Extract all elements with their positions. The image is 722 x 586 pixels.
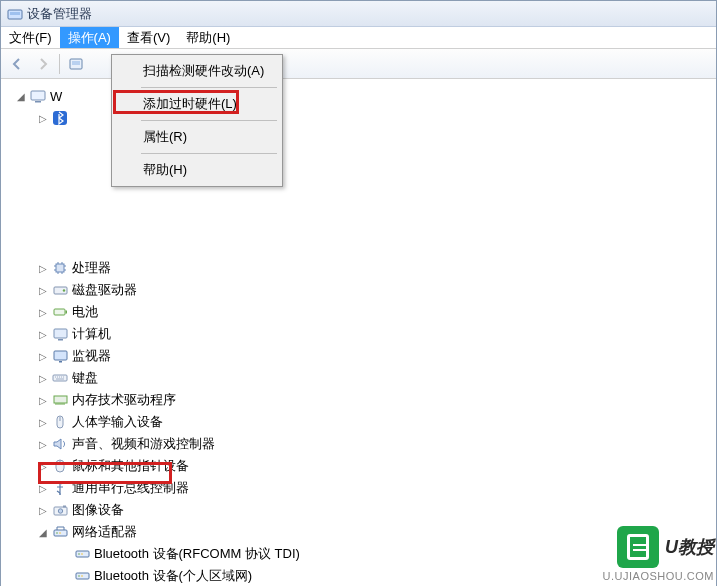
svg-rect-17 bbox=[54, 396, 67, 403]
menu-separator bbox=[141, 153, 277, 154]
tree-node[interactable]: ▷ 磁盘驱动器 bbox=[37, 279, 716, 301]
tree-node-network[interactable]: ◢ 网络适配器 bbox=[37, 521, 716, 543]
computer-icon bbox=[51, 326, 69, 342]
expand-icon[interactable]: ▷ bbox=[37, 460, 49, 472]
svg-rect-25 bbox=[63, 506, 66, 508]
tree-node[interactable]: ▷ 键盘 bbox=[37, 367, 716, 389]
svg-point-28 bbox=[59, 532, 61, 534]
tree-node[interactable]: ▷ 通用串行总线控制器 bbox=[37, 477, 716, 499]
menu-help[interactable]: 帮助(H) bbox=[115, 157, 279, 183]
node-label: 网络适配器 bbox=[72, 523, 137, 541]
computer-icon bbox=[29, 88, 47, 104]
action-dropdown: 扫描检测硬件改动(A) 添加过时硬件(L) 属性(R) 帮助(H) bbox=[111, 54, 283, 187]
node-label: 人体学输入设备 bbox=[72, 413, 163, 431]
menu-bar: 文件(F) 操作(A) 查看(V) 帮助(H) bbox=[1, 27, 716, 49]
imaging-icon bbox=[51, 502, 69, 518]
svg-rect-12 bbox=[54, 329, 67, 338]
network-icon bbox=[51, 524, 69, 540]
adapter-icon bbox=[73, 568, 91, 584]
node-label: 键盘 bbox=[72, 369, 98, 387]
back-button[interactable] bbox=[5, 52, 29, 76]
node-label: 内存技术驱动程序 bbox=[72, 391, 176, 409]
app-icon bbox=[7, 7, 23, 21]
monitor-icon bbox=[51, 348, 69, 364]
svg-point-24 bbox=[58, 509, 62, 513]
window-title: 设备管理器 bbox=[27, 5, 92, 23]
svg-rect-14 bbox=[54, 351, 67, 360]
node-label: 通用串行总线控制器 bbox=[72, 479, 189, 497]
leaf-label: Bluetooth 设备(个人区域网) bbox=[94, 567, 252, 585]
expand-icon[interactable]: ▷ bbox=[37, 328, 49, 340]
expand-icon[interactable]: ▷ bbox=[37, 306, 49, 318]
svg-rect-3 bbox=[72, 61, 80, 65]
tree-node[interactable]: ▷ 监视器 bbox=[37, 345, 716, 367]
svg-point-9 bbox=[62, 289, 64, 291]
sound-icon bbox=[51, 436, 69, 452]
menu-add-legacy-hardware[interactable]: 添加过时硬件(L) bbox=[115, 91, 279, 117]
svg-rect-16 bbox=[53, 375, 67, 381]
svg-point-31 bbox=[81, 553, 83, 555]
collapse-icon[interactable]: ◢ bbox=[15, 90, 27, 102]
tree-node[interactable]: ▷ 声音、视频和游戏控制器 bbox=[37, 433, 716, 455]
usb-icon bbox=[51, 480, 69, 496]
svg-rect-5 bbox=[35, 101, 41, 103]
svg-rect-11 bbox=[65, 311, 67, 314]
expand-icon[interactable]: ▷ bbox=[37, 372, 49, 384]
menu-properties[interactable]: 属性(R) bbox=[115, 124, 279, 150]
tree-node[interactable]: ▷ 图像设备 bbox=[37, 499, 716, 521]
svg-rect-1 bbox=[10, 12, 20, 15]
expand-icon[interactable]: ▷ bbox=[37, 262, 49, 274]
svg-rect-15 bbox=[59, 361, 62, 363]
svg-rect-7 bbox=[56, 264, 64, 272]
menu-action[interactable]: 操作(A) bbox=[60, 27, 119, 48]
svg-rect-13 bbox=[58, 339, 63, 341]
node-label: 处理器 bbox=[72, 259, 111, 277]
device-tree: ◢ W ▷ ▷ 处理器 bbox=[1, 79, 716, 586]
node-label: 监视器 bbox=[72, 347, 111, 365]
node-label: 磁盘驱动器 bbox=[72, 281, 137, 299]
svg-point-33 bbox=[78, 575, 80, 577]
svg-point-27 bbox=[56, 532, 58, 534]
menu-view[interactable]: 查看(V) bbox=[119, 27, 178, 48]
tree-node[interactable]: ▷ 电池 bbox=[37, 301, 716, 323]
menu-separator bbox=[141, 120, 277, 121]
watermark: U教授 bbox=[617, 526, 714, 568]
leaf-label: Bluetooth 设备(RFCOMM 协议 TDI) bbox=[94, 545, 300, 563]
mouse-icon bbox=[51, 458, 69, 474]
watermark-url: U.UJIAOSHOU.COM bbox=[603, 570, 714, 582]
menu-separator bbox=[141, 87, 277, 88]
device-manager-window: 设备管理器 文件(F) 操作(A) 查看(V) 帮助(H) ◢ W bbox=[0, 0, 717, 586]
toolbar bbox=[1, 49, 716, 79]
collapse-icon[interactable]: ◢ bbox=[37, 526, 49, 538]
node-label: 鼠标和其他指针设备 bbox=[72, 457, 189, 475]
root-label: W bbox=[50, 89, 62, 104]
adapter-icon bbox=[73, 546, 91, 562]
watermark-brand: U教授 bbox=[665, 535, 714, 559]
disk-icon bbox=[51, 282, 69, 298]
expand-icon[interactable]: ▷ bbox=[37, 416, 49, 428]
memory-icon bbox=[51, 392, 69, 408]
svg-rect-4 bbox=[31, 91, 45, 100]
tree-node[interactable]: ▷ 处理器 bbox=[37, 257, 716, 279]
node-label: 电池 bbox=[72, 303, 98, 321]
tree-node[interactable]: ▷ 人体学输入设备 bbox=[37, 411, 716, 433]
expand-icon[interactable]: ▷ bbox=[37, 350, 49, 362]
tree-node[interactable]: ▷ 鼠标和其他指针设备 bbox=[37, 455, 716, 477]
expand-icon[interactable]: ▷ bbox=[37, 284, 49, 296]
expand-icon[interactable]: ▷ bbox=[37, 394, 49, 406]
svg-point-22 bbox=[59, 493, 61, 495]
expand-icon[interactable]: ▷ bbox=[37, 482, 49, 494]
forward-button[interactable] bbox=[31, 52, 55, 76]
menu-file[interactable]: 文件(F) bbox=[1, 27, 60, 48]
bluetooth-icon bbox=[51, 110, 69, 126]
expand-icon[interactable]: ▷ bbox=[37, 504, 49, 516]
tree-node[interactable]: ▷ 计算机 bbox=[37, 323, 716, 345]
hid-icon bbox=[51, 414, 69, 430]
expand-icon[interactable]: ▷ bbox=[37, 112, 49, 124]
tree-node[interactable]: ▷ 内存技术驱动程序 bbox=[37, 389, 716, 411]
expand-icon[interactable]: ▷ bbox=[37, 438, 49, 450]
svg-point-34 bbox=[81, 575, 83, 577]
menu-help[interactable]: 帮助(H) bbox=[178, 27, 238, 48]
menu-scan-hardware[interactable]: 扫描检测硬件改动(A) bbox=[115, 58, 279, 84]
scan-button[interactable] bbox=[64, 52, 88, 76]
